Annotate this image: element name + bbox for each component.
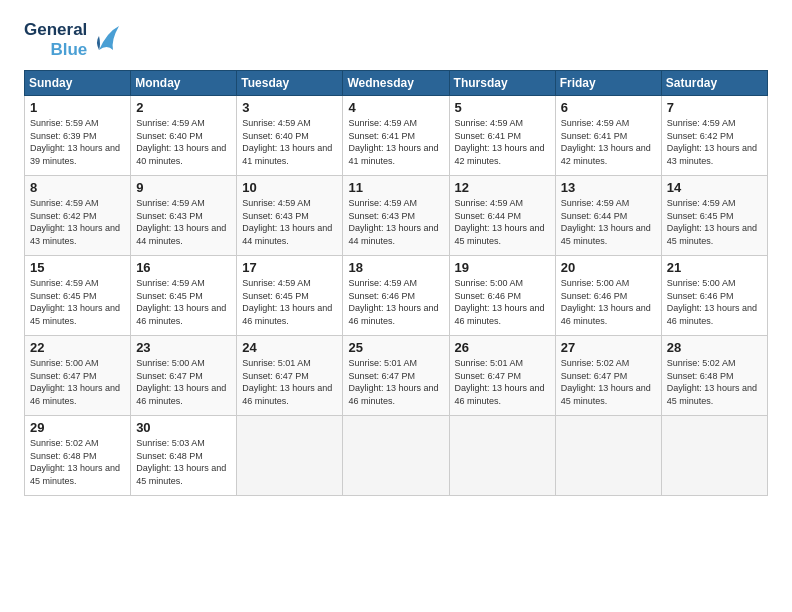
day-cell: 27Sunrise: 5:02 AMSunset: 6:47 PMDayligh… (555, 336, 661, 416)
logo-text-general: General (24, 20, 87, 40)
day-cell: 22Sunrise: 5:00 AMSunset: 6:47 PMDayligh… (25, 336, 131, 416)
day-info: Sunrise: 5:00 AMSunset: 6:47 PMDaylight:… (30, 357, 125, 407)
empty-cell (661, 416, 767, 496)
day-number: 26 (455, 340, 550, 355)
header: General Blue (24, 20, 768, 60)
day-info: Sunrise: 4:59 AMSunset: 6:41 PMDaylight:… (455, 117, 550, 167)
day-info: Sunrise: 5:02 AMSunset: 6:48 PMDaylight:… (667, 357, 762, 407)
day-number: 6 (561, 100, 656, 115)
day-number: 18 (348, 260, 443, 275)
day-cell: 8Sunrise: 4:59 AMSunset: 6:42 PMDaylight… (25, 176, 131, 256)
day-number: 8 (30, 180, 125, 195)
day-info: Sunrise: 4:59 AMSunset: 6:40 PMDaylight:… (242, 117, 337, 167)
day-info: Sunrise: 5:01 AMSunset: 6:47 PMDaylight:… (348, 357, 443, 407)
day-info: Sunrise: 4:59 AMSunset: 6:44 PMDaylight:… (561, 197, 656, 247)
day-cell: 6Sunrise: 4:59 AMSunset: 6:41 PMDaylight… (555, 96, 661, 176)
weekday-header-monday: Monday (131, 71, 237, 96)
day-number: 19 (455, 260, 550, 275)
day-info: Sunrise: 4:59 AMSunset: 6:45 PMDaylight:… (667, 197, 762, 247)
day-cell: 17Sunrise: 4:59 AMSunset: 6:45 PMDayligh… (237, 256, 343, 336)
day-cell: 30Sunrise: 5:03 AMSunset: 6:48 PMDayligh… (131, 416, 237, 496)
day-cell: 7Sunrise: 4:59 AMSunset: 6:42 PMDaylight… (661, 96, 767, 176)
calendar-table: SundayMondayTuesdayWednesdayThursdayFrid… (24, 70, 768, 496)
day-cell: 24Sunrise: 5:01 AMSunset: 6:47 PMDayligh… (237, 336, 343, 416)
week-row: 15Sunrise: 4:59 AMSunset: 6:45 PMDayligh… (25, 256, 768, 336)
day-info: Sunrise: 5:02 AMSunset: 6:48 PMDaylight:… (30, 437, 125, 487)
day-info: Sunrise: 4:59 AMSunset: 6:42 PMDaylight:… (30, 197, 125, 247)
day-cell: 10Sunrise: 4:59 AMSunset: 6:43 PMDayligh… (237, 176, 343, 256)
day-cell: 12Sunrise: 4:59 AMSunset: 6:44 PMDayligh… (449, 176, 555, 256)
weekday-header-wednesday: Wednesday (343, 71, 449, 96)
day-info: Sunrise: 4:59 AMSunset: 6:40 PMDaylight:… (136, 117, 231, 167)
weekday-header-saturday: Saturday (661, 71, 767, 96)
day-cell: 19Sunrise: 5:00 AMSunset: 6:46 PMDayligh… (449, 256, 555, 336)
day-info: Sunrise: 4:59 AMSunset: 6:43 PMDaylight:… (348, 197, 443, 247)
day-cell: 5Sunrise: 4:59 AMSunset: 6:41 PMDaylight… (449, 96, 555, 176)
day-info: Sunrise: 5:00 AMSunset: 6:46 PMDaylight:… (667, 277, 762, 327)
day-cell: 9Sunrise: 4:59 AMSunset: 6:43 PMDaylight… (131, 176, 237, 256)
day-number: 17 (242, 260, 337, 275)
day-number: 13 (561, 180, 656, 195)
week-row: 8Sunrise: 4:59 AMSunset: 6:42 PMDaylight… (25, 176, 768, 256)
empty-cell (449, 416, 555, 496)
day-info: Sunrise: 4:59 AMSunset: 6:44 PMDaylight:… (455, 197, 550, 247)
day-cell: 20Sunrise: 5:00 AMSunset: 6:46 PMDayligh… (555, 256, 661, 336)
day-info: Sunrise: 5:02 AMSunset: 6:47 PMDaylight:… (561, 357, 656, 407)
weekday-header-friday: Friday (555, 71, 661, 96)
day-number: 22 (30, 340, 125, 355)
empty-cell (555, 416, 661, 496)
day-info: Sunrise: 4:59 AMSunset: 6:45 PMDaylight:… (136, 277, 231, 327)
weekday-header-thursday: Thursday (449, 71, 555, 96)
day-cell: 18Sunrise: 4:59 AMSunset: 6:46 PMDayligh… (343, 256, 449, 336)
day-number: 16 (136, 260, 231, 275)
day-number: 30 (136, 420, 231, 435)
day-number: 10 (242, 180, 337, 195)
day-cell: 29Sunrise: 5:02 AMSunset: 6:48 PMDayligh… (25, 416, 131, 496)
weekday-header-tuesday: Tuesday (237, 71, 343, 96)
day-number: 28 (667, 340, 762, 355)
logo-text-blue: Blue (50, 40, 87, 60)
day-info: Sunrise: 5:00 AMSunset: 6:46 PMDaylight:… (561, 277, 656, 327)
day-number: 5 (455, 100, 550, 115)
day-number: 2 (136, 100, 231, 115)
day-number: 29 (30, 420, 125, 435)
logo-bird-icon (91, 22, 123, 58)
day-number: 15 (30, 260, 125, 275)
day-number: 9 (136, 180, 231, 195)
day-info: Sunrise: 5:03 AMSunset: 6:48 PMDaylight:… (136, 437, 231, 487)
day-info: Sunrise: 4:59 AMSunset: 6:41 PMDaylight:… (561, 117, 656, 167)
day-cell: 25Sunrise: 5:01 AMSunset: 6:47 PMDayligh… (343, 336, 449, 416)
page: General Blue SundayMondayTuesdayWednesda… (0, 0, 792, 612)
weekday-header-sunday: Sunday (25, 71, 131, 96)
week-row: 1Sunrise: 5:59 AMSunset: 6:39 PMDaylight… (25, 96, 768, 176)
day-info: Sunrise: 4:59 AMSunset: 6:45 PMDaylight:… (30, 277, 125, 327)
day-info: Sunrise: 4:59 AMSunset: 6:45 PMDaylight:… (242, 277, 337, 327)
day-number: 21 (667, 260, 762, 275)
day-info: Sunrise: 5:00 AMSunset: 6:47 PMDaylight:… (136, 357, 231, 407)
day-number: 14 (667, 180, 762, 195)
day-info: Sunrise: 4:59 AMSunset: 6:41 PMDaylight:… (348, 117, 443, 167)
day-number: 23 (136, 340, 231, 355)
day-info: Sunrise: 4:59 AMSunset: 6:43 PMDaylight:… (242, 197, 337, 247)
empty-cell (343, 416, 449, 496)
day-cell: 26Sunrise: 5:01 AMSunset: 6:47 PMDayligh… (449, 336, 555, 416)
weekday-header-row: SundayMondayTuesdayWednesdayThursdayFrid… (25, 71, 768, 96)
week-row: 22Sunrise: 5:00 AMSunset: 6:47 PMDayligh… (25, 336, 768, 416)
day-number: 25 (348, 340, 443, 355)
day-cell: 14Sunrise: 4:59 AMSunset: 6:45 PMDayligh… (661, 176, 767, 256)
day-number: 7 (667, 100, 762, 115)
day-cell: 4Sunrise: 4:59 AMSunset: 6:41 PMDaylight… (343, 96, 449, 176)
day-number: 12 (455, 180, 550, 195)
day-info: Sunrise: 5:01 AMSunset: 6:47 PMDaylight:… (242, 357, 337, 407)
day-cell: 1Sunrise: 5:59 AMSunset: 6:39 PMDaylight… (25, 96, 131, 176)
day-info: Sunrise: 4:59 AMSunset: 6:42 PMDaylight:… (667, 117, 762, 167)
day-number: 11 (348, 180, 443, 195)
day-info: Sunrise: 4:59 AMSunset: 6:46 PMDaylight:… (348, 277, 443, 327)
day-cell: 28Sunrise: 5:02 AMSunset: 6:48 PMDayligh… (661, 336, 767, 416)
day-number: 1 (30, 100, 125, 115)
day-number: 4 (348, 100, 443, 115)
day-number: 27 (561, 340, 656, 355)
day-cell: 11Sunrise: 4:59 AMSunset: 6:43 PMDayligh… (343, 176, 449, 256)
empty-cell (237, 416, 343, 496)
day-info: Sunrise: 5:01 AMSunset: 6:47 PMDaylight:… (455, 357, 550, 407)
